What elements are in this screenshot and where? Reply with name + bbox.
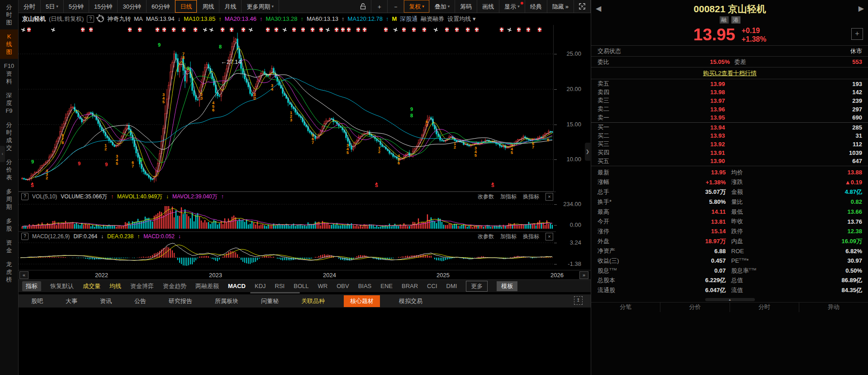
event-gift-icon[interactable] (517, 28, 521, 32)
quote-collapse-pill[interactable]: ▲ (705, 298, 755, 301)
period-日线[interactable]: 日线 (175, 0, 197, 13)
sidebar-collapse-handle[interactable]: ‹ (0, 146, 5, 162)
indicator-tab-两融差额[interactable]: 两融差额 (195, 282, 219, 290)
tool-复权[interactable]: 复权▾ (404, 0, 430, 13)
event-gift-icon[interactable] (445, 28, 449, 32)
tool-筹码[interactable]: 筹码 (455, 0, 477, 13)
event-gift-icon[interactable] (27, 28, 31, 32)
indicator-tab-恢复默认[interactable]: 恢复默认 (50, 282, 74, 290)
vol-close-icon[interactable]: × (545, 193, 553, 201)
sidebar-item-8[interactable]: 资金 (0, 236, 18, 257)
period-月线[interactable]: 月线 (219, 0, 242, 13)
event-gift-icon[interactable] (341, 28, 345, 32)
nav-tab-模拟交易[interactable]: 模拟交易 (395, 295, 426, 307)
indicator-tab-ENE[interactable]: ENE (380, 283, 393, 289)
vol-换指标[interactable]: 换指标 (523, 193, 539, 201)
book-row-买五[interactable]: 买五13.90647 (591, 157, 868, 165)
macd-svg[interactable] (19, 241, 553, 270)
sidebar-item-0[interactable]: 分时图 (0, 0, 18, 29)
volume-svg[interactable] (19, 201, 553, 231)
h-scrollbar-thumb[interactable] (250, 292, 300, 293)
event-gift-icon[interactable] (466, 28, 470, 32)
macd-改参数[interactable]: 改参数 (478, 233, 494, 240)
indicator-tab-资金博弈[interactable]: 资金博弈 (130, 282, 154, 290)
event-gift-icon[interactable] (128, 28, 132, 32)
sidebar-item-3[interactable]: 深度F9 (0, 88, 18, 118)
event-gift-icon[interactable] (89, 28, 93, 32)
indicator-tab-OBV[interactable]: OBV (337, 283, 349, 289)
event-gift-icon[interactable] (347, 28, 351, 32)
quote-subtab-分时[interactable]: 分时 (730, 303, 799, 312)
macd-加指标[interactable]: 加指标 (500, 233, 517, 240)
period-60分钟[interactable]: 60分钟 (147, 0, 175, 13)
sidebar-item-2[interactable]: F10资料 (0, 59, 18, 88)
event-gift-icon[interactable] (526, 28, 530, 32)
book-row-卖三[interactable]: 卖三13.97239 (591, 96, 868, 105)
nav-tab-大事[interactable]: 大事 (62, 295, 81, 307)
indicator-tab-模板[interactable]: 模板 (497, 281, 517, 291)
indicator-tab-DMI[interactable]: DMI (446, 283, 457, 289)
quote-subtab-分笔[interactable]: 分笔 (591, 303, 660, 312)
lock-icon[interactable] (355, 0, 371, 13)
nav-tab-核心题材[interactable]: 核心题材 (344, 295, 380, 307)
gear-icon[interactable] (97, 15, 104, 22)
scroll-left-button[interactable]: « (19, 271, 28, 279)
indicator-tab-RSI[interactable]: RSI (275, 283, 285, 289)
main-kline-chart[interactable]: ←27.14←6.94999989899▴S▴S▴S4 3 26 7 81 23… (19, 25, 554, 192)
book-row-卖二[interactable]: 卖二13.96297 (591, 105, 868, 114)
buy-l2-link[interactable]: 购买L2查看十档行情 (703, 70, 756, 77)
nav-tab-股吧[interactable]: 股吧 (28, 295, 47, 307)
indicator-tab-资金趋势[interactable]: 资金趋势 (163, 282, 186, 290)
event-gift-icon[interactable] (412, 28, 416, 32)
period-5日[interactable]: 5日▾ (41, 0, 64, 13)
sidebar-item-1[interactable]: K线图 (0, 29, 18, 59)
event-gift-icon[interactable] (182, 28, 185, 32)
add-to-watchlist-button[interactable]: ＋ (851, 28, 863, 40)
indicator-tab-BIAS[interactable]: BIAS (358, 283, 372, 289)
indicator-tab-指标[interactable]: 指标 (22, 281, 41, 291)
event-gift-icon[interactable] (138, 28, 142, 32)
indicator-tab-BRAR[interactable]: BRAR (402, 283, 418, 289)
event-gift-icon[interactable] (538, 28, 541, 32)
event-gift-icon[interactable] (162, 28, 166, 32)
event-gift-icon[interactable] (242, 28, 245, 32)
tool-隐藏[interactable]: 隐藏» (547, 0, 574, 13)
book-row-买四[interactable]: 买四13.911039 (591, 149, 868, 157)
macd-换指标[interactable]: 换指标 (523, 233, 539, 240)
indicator-tab-均线[interactable]: 均线 (109, 282, 121, 290)
event-gift-icon[interactable] (266, 28, 270, 32)
event-gift-icon[interactable] (311, 28, 314, 32)
indicator-tab-MACD[interactable]: MACD (228, 283, 246, 289)
nav-tab-公告[interactable]: 公告 (131, 295, 150, 307)
event-gift-icon[interactable] (455, 28, 459, 32)
event-gift-icon[interactable] (156, 28, 159, 32)
nav-tab-研究报告[interactable]: 研究报告 (165, 295, 196, 307)
indicator-tab-更多[interactable]: 更多 (466, 281, 488, 292)
book-row-卖四[interactable]: 卖四13.98142 (591, 88, 868, 97)
book-row-卖五[interactable]: 卖五13.99193 (591, 80, 868, 88)
book-row-买二[interactable]: 买二13.9331 (591, 132, 868, 140)
sidebar-item-6[interactable]: 多周期 (0, 184, 18, 214)
event-gift-icon[interactable] (292, 28, 296, 32)
nav-tab-资讯[interactable]: 资讯 (96, 295, 115, 307)
nav-tab-关联品种[interactable]: 关联品种 (298, 295, 328, 307)
event-gift-icon[interactable] (363, 28, 366, 32)
prev-stock-arrow-icon[interactable]: ◀ (596, 4, 601, 13)
indicator-tab-WR[interactable]: WR (318, 283, 327, 289)
event-gift-icon[interactable] (301, 28, 305, 32)
nav-tab-所属板块[interactable]: 所属板块 (211, 295, 242, 307)
macd-close-icon[interactable]: × (545, 233, 553, 240)
event-gift-icon[interactable] (81, 28, 85, 32)
tool-画线[interactable]: 画线 (477, 0, 499, 13)
tool-叠加[interactable]: 叠加▾ (430, 0, 455, 13)
sidebar-item-7[interactable]: 多股 (0, 214, 18, 236)
macd-help-icon[interactable]: ? (21, 233, 28, 240)
tool-－[interactable]: － (388, 0, 404, 13)
fullscreen-icon[interactable] (574, 0, 591, 13)
indicator-tab-CCI[interactable]: CCI (427, 283, 437, 289)
event-gift-icon[interactable] (422, 28, 426, 32)
event-gift-icon[interactable] (402, 28, 406, 32)
period-5分钟[interactable]: 5分钟 (64, 0, 89, 13)
vol-改参数[interactable]: 改参数 (478, 193, 494, 201)
vol-加指标[interactable]: 加指标 (500, 193, 517, 201)
